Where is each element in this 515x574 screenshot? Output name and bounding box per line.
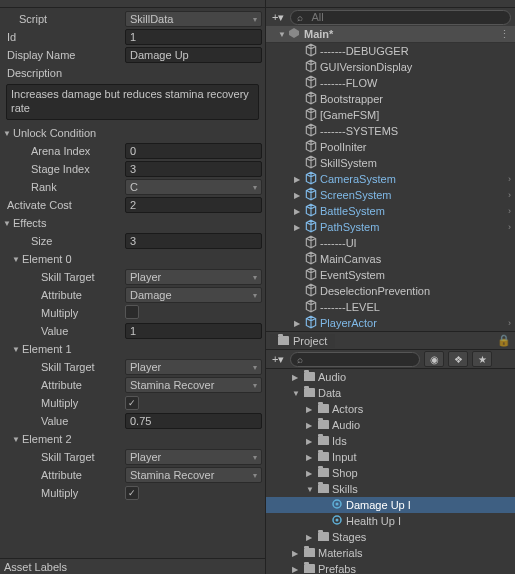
e0-multiply-checkbox[interactable] [125,305,139,319]
lock-icon[interactable]: 🔒 [497,334,511,347]
filter-by-label-button[interactable]: ❖ [448,351,468,367]
hierarchy-item-label: DeselectionPrevention [320,285,430,297]
activate-cost-label: Activate Cost [3,199,125,211]
hierarchy-item-label: -------UI [320,237,357,249]
hierarchy-item[interactable]: ▶-------SYSTEMS [266,123,515,139]
project-item[interactable]: ▶Materials [266,545,515,561]
display-name-input[interactable] [125,47,262,63]
element-2-header[interactable]: ▼ Element 2 [0,430,265,448]
e2-attr-dropdown[interactable]: Stamina Recover [125,467,262,483]
project-item-label: Prefabs [318,563,356,574]
unity-scene-icon [288,27,300,41]
foldout-icon: ▶ [306,437,316,446]
activate-cost-input[interactable] [125,197,262,213]
hierarchy-item-label: SkillSystem [320,157,377,169]
hierarchy-toolbar: +▾ ⌕ [266,8,515,26]
hierarchy-item-label: -------SYSTEMS [320,125,398,137]
project-item[interactable]: ▼Data [266,385,515,401]
folder-icon [318,404,329,413]
hierarchy-item[interactable]: ▶CameraSystem› [266,171,515,187]
hierarchy-item[interactable]: ▶-------DEBUGGER [266,43,515,59]
e0-value-input[interactable] [125,323,262,339]
e0-target-dropdown[interactable]: Player [125,269,262,285]
hierarchy-item[interactable]: ▶PlayerActor› [266,315,515,331]
element-1-header[interactable]: ▼ Element 1 [0,340,265,358]
project-item[interactable]: ▼Skills [266,481,515,497]
rank-dropdown[interactable]: C [125,179,262,195]
e0-target-label: Skill Target [3,271,125,283]
project-item[interactable]: ▶Stages [266,529,515,545]
prefab-icon [304,219,318,235]
hierarchy-item[interactable]: ▶GUIVersionDisplay [266,59,515,75]
project-item[interactable]: ▶Shop [266,465,515,481]
foldout-icon: ▶ [294,223,304,232]
e2-target-label: Skill Target [3,451,125,463]
hierarchy-item[interactable]: ▶DeselectionPrevention [266,283,515,299]
effects-header[interactable]: ▼ Effects [0,214,265,232]
e2-multiply-checkbox[interactable] [125,486,139,500]
hierarchy-item[interactable]: ▶ScreenSystem› [266,187,515,203]
foldout-icon: ▶ [306,469,316,478]
project-search[interactable]: ⌕ [290,352,420,367]
project-tab[interactable]: Project [270,334,335,348]
hierarchy-item[interactable]: ▶EventSystem [266,267,515,283]
create-button[interactable]: +▾ [270,11,286,24]
hierarchy-item[interactable]: ▶-------FLOW [266,75,515,91]
hierarchy-item-label: EventSystem [320,269,385,281]
hierarchy-item-label: ScreenSystem [320,189,392,201]
project-item[interactable]: ▶Audio [266,417,515,433]
e2-target-dropdown[interactable]: Player [125,449,262,465]
foldout-icon: ▼ [3,219,13,228]
e1-value-input[interactable] [125,413,262,429]
hierarchy-header [266,0,515,8]
project-item[interactable]: ▶Damage Up I [266,497,515,513]
script-field[interactable]: SkillData [125,11,262,27]
hierarchy-item[interactable]: ▶PathSystem› [266,219,515,235]
hierarchy-search-input[interactable] [307,9,504,25]
foldout-icon: ▶ [292,373,302,382]
hierarchy-search[interactable]: ⌕ [290,10,511,25]
unlock-condition-header[interactable]: ▼ Unlock Condition [0,124,265,142]
id-input[interactable] [125,29,262,45]
hierarchy-panel: +▾ ⌕ ▼ Main* ⋮ ▶-------DEBUGGER▶GUIVersi… [266,0,515,331]
stage-index-input[interactable] [125,161,262,177]
project-create-button[interactable]: +▾ [270,353,286,366]
project-search-input[interactable] [307,351,413,367]
project-item[interactable]: ▶Input [266,449,515,465]
e1-target-dropdown[interactable]: Player [125,359,262,375]
prefab-icon [304,187,318,203]
project-item[interactable]: ▶Actors [266,401,515,417]
hierarchy-item-label: [GameFSM] [320,109,379,121]
filter-by-type-button[interactable]: ◉ [424,351,444,367]
description-textarea[interactable]: Increases damage but reduces stamina rec… [6,84,259,120]
arena-index-input[interactable] [125,143,262,159]
hierarchy-item[interactable]: ▶SkillSystem [266,155,515,171]
scene-row[interactable]: ▼ Main* ⋮ [266,26,515,43]
size-input[interactable] [125,233,262,249]
e2-attr-label: Attribute [3,469,125,481]
hierarchy-item[interactable]: ▶PoolIniter [266,139,515,155]
chevron-right-icon: › [508,222,511,232]
arena-index-label: Arena Index [3,145,125,157]
project-item[interactable]: ▶Prefabs [266,561,515,574]
save-search-button[interactable]: ★ [472,351,492,367]
element-0-header[interactable]: ▼ Element 0 [0,250,265,268]
hierarchy-item[interactable]: ▶-------LEVEL [266,299,515,315]
e1-multiply-checkbox[interactable] [125,396,139,410]
scene-menu-icon[interactable]: ⋮ [499,28,509,41]
e0-attr-dropdown[interactable]: Damage [125,287,262,303]
project-list: ▶Audio▼Data▶Actors▶Audio▶Ids▶Input▶Shop▼… [266,369,515,574]
hierarchy-item[interactable]: ▶[GameFSM] [266,107,515,123]
hierarchy-item[interactable]: ▶-------UI [266,235,515,251]
e1-attr-dropdown[interactable]: Stamina Recover [125,377,262,393]
hierarchy-item[interactable]: ▶MainCanvas [266,251,515,267]
chevron-right-icon: › [508,190,511,200]
foldout-icon: ▼ [278,30,288,39]
project-toolbar: +▾ ⌕ ◉ ❖ ★ [266,350,515,369]
project-item-label: Actors [332,403,363,415]
hierarchy-item[interactable]: ▶BattleSystem› [266,203,515,219]
project-item[interactable]: ▶Ids [266,433,515,449]
project-item[interactable]: ▶Health Up I [266,513,515,529]
hierarchy-item[interactable]: ▶Bootstrapper [266,91,515,107]
project-item[interactable]: ▶Audio [266,369,515,385]
